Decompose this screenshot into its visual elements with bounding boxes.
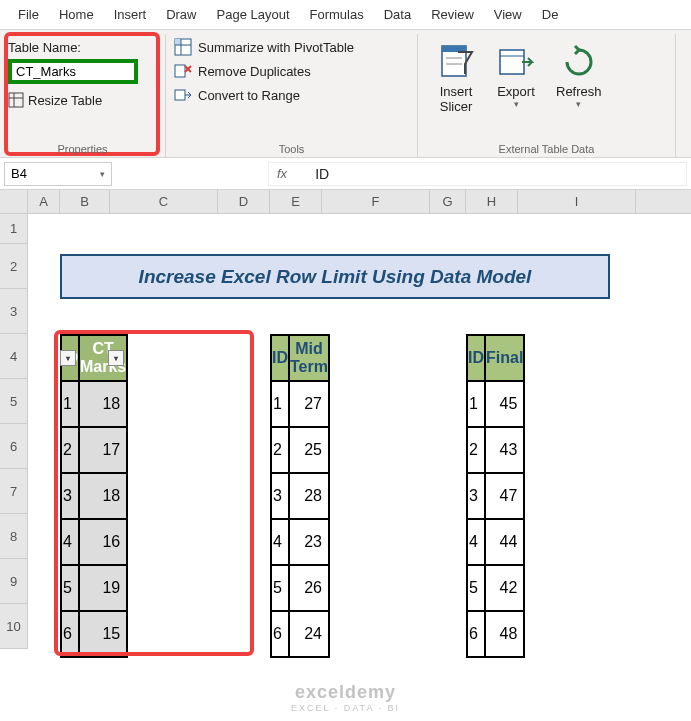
worksheet[interactable]: 1 2 3 4 5 6 7 8 9 10 Increase Excel Row … xyxy=(0,214,691,714)
table-row[interactable]: 347 xyxy=(467,473,524,519)
duplicates-icon xyxy=(174,62,192,80)
formula-bar: B4 ▾ fx ID xyxy=(0,158,691,190)
tab-developer[interactable]: De xyxy=(532,2,569,27)
table-row[interactable]: 624 xyxy=(271,611,329,657)
col-header-b[interactable]: B xyxy=(60,190,110,213)
col-header-h[interactable]: H xyxy=(466,190,518,213)
svg-rect-15 xyxy=(500,50,524,74)
table-row[interactable]: 145 xyxy=(467,381,524,427)
mid-header-mid[interactable]: Mid Term xyxy=(289,335,329,381)
row-header-8[interactable]: 8 xyxy=(0,514,28,559)
row-header-2[interactable]: 2 xyxy=(0,244,28,289)
table-row[interactable]: 243 xyxy=(467,427,524,473)
group-label-tools: Tools xyxy=(166,143,417,155)
row-header-3[interactable]: 3 xyxy=(0,289,28,334)
formula-value: ID xyxy=(315,166,329,182)
row-header-6[interactable]: 6 xyxy=(0,424,28,469)
highlight-table xyxy=(54,330,254,656)
table-row[interactable]: 127 xyxy=(271,381,329,427)
refresh-icon xyxy=(559,42,599,82)
row-header-9[interactable]: 9 xyxy=(0,559,28,604)
export-button[interactable]: Export ▾ xyxy=(486,38,546,153)
table-row[interactable]: 423 xyxy=(271,519,329,565)
column-headers: A B C D E F G H I xyxy=(0,190,691,214)
summarize-pivot-button[interactable]: Summarize with PivotTable xyxy=(174,38,409,56)
convert-icon xyxy=(174,86,192,104)
row-header-10[interactable]: 10 xyxy=(0,604,28,649)
col-header-g[interactable]: G xyxy=(430,190,466,213)
group-tools: Summarize with PivotTable Remove Duplica… xyxy=(166,34,418,157)
title-banner: Increase Excel Row Limit Using Data Mode… xyxy=(60,254,610,299)
group-external-data: Insert Slicer Export ▾ Refresh ▾ Externa… xyxy=(418,34,676,157)
tab-view[interactable]: View xyxy=(484,2,532,27)
chevron-down-icon[interactable]: ▾ xyxy=(100,169,105,179)
col-header-c[interactable]: C xyxy=(110,190,218,213)
tab-pagelayout[interactable]: Page Layout xyxy=(207,2,300,27)
final-header-id[interactable]: ID xyxy=(467,335,485,381)
fx-icon[interactable]: fx xyxy=(277,166,287,181)
group-label-extdata: External Table Data xyxy=(418,143,675,155)
table-row[interactable]: 648 xyxy=(467,611,524,657)
col-header-e[interactable]: E xyxy=(270,190,322,213)
col-header-f[interactable]: F xyxy=(322,190,430,213)
tab-home[interactable]: Home xyxy=(49,2,104,27)
svg-rect-7 xyxy=(175,65,185,77)
col-header-a[interactable]: A xyxy=(28,190,60,213)
mid-header-id[interactable]: ID xyxy=(271,335,289,381)
table-row[interactable]: 328 xyxy=(271,473,329,519)
remove-duplicates-button[interactable]: Remove Duplicates xyxy=(174,62,409,80)
table-row[interactable]: 526 xyxy=(271,565,329,611)
chevron-down-icon: ▾ xyxy=(576,99,581,109)
pivot-icon xyxy=(174,38,192,56)
tab-draw[interactable]: Draw xyxy=(156,2,206,27)
refresh-button[interactable]: Refresh ▾ xyxy=(546,38,612,153)
watermark: exceldemy EXCEL · DATA · BI xyxy=(291,682,400,713)
highlight-properties xyxy=(4,32,160,156)
svg-rect-10 xyxy=(175,90,185,100)
group-label-properties: Properties xyxy=(0,143,165,155)
insert-slicer-button[interactable]: Insert Slicer xyxy=(426,38,486,153)
row-header-1[interactable]: 1 xyxy=(0,214,28,244)
svg-rect-4 xyxy=(175,39,181,45)
col-header-d[interactable]: D xyxy=(218,190,270,213)
table-row[interactable]: 444 xyxy=(467,519,524,565)
table-final[interactable]: IDFinal 145 243 347 444 542 648 xyxy=(466,334,525,658)
chevron-down-icon: ▾ xyxy=(514,99,519,109)
export-icon xyxy=(496,42,536,82)
tab-formulas[interactable]: Formulas xyxy=(300,2,374,27)
col-header-i[interactable]: I xyxy=(518,190,636,213)
tab-data[interactable]: Data xyxy=(374,2,421,27)
row-header-7[interactable]: 7 xyxy=(0,469,28,514)
row-header-5[interactable]: 5 xyxy=(0,379,28,424)
slicer-icon xyxy=(436,42,476,82)
table-row[interactable]: 225 xyxy=(271,427,329,473)
ribbon-content: Table Name: Resize Table Properties Summ… xyxy=(0,30,691,158)
tab-review[interactable]: Review xyxy=(421,2,484,27)
tab-insert[interactable]: Insert xyxy=(104,2,157,27)
final-header-final[interactable]: Final xyxy=(485,335,524,381)
table-row[interactable]: 542 xyxy=(467,565,524,611)
formula-area[interactable]: fx ID xyxy=(268,162,687,186)
convert-range-button[interactable]: Convert to Range xyxy=(174,86,409,104)
group-properties: Table Name: Resize Table Properties xyxy=(0,34,166,157)
table-mid-term[interactable]: IDMid Term 127 225 328 423 526 624 xyxy=(270,334,330,658)
row-header-4[interactable]: 4 xyxy=(0,334,28,379)
ribbon-tab-row: File Home Insert Draw Page Layout Formul… xyxy=(0,0,691,30)
name-box[interactable]: B4 ▾ xyxy=(4,162,112,186)
tab-file[interactable]: File xyxy=(8,2,49,27)
select-all-corner[interactable] xyxy=(0,190,28,213)
row-headers: 1 2 3 4 5 6 7 8 9 10 xyxy=(0,214,28,649)
